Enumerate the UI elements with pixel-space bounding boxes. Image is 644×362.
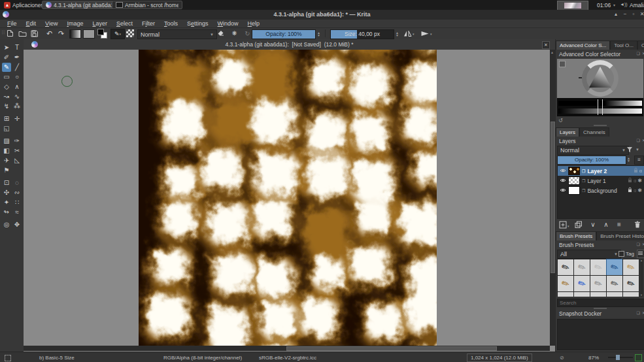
tool-assistants[interactable]: ✈	[2, 156, 11, 165]
tool-line[interactable]: ╱	[12, 63, 22, 72]
color-wheel-area[interactable]	[557, 59, 643, 98]
chevron-down-icon[interactable]: ▾	[613, 3, 615, 7]
tool-magnetic-select[interactable]: ≈	[12, 208, 22, 217]
tool-freehand-path[interactable]: ∿	[12, 92, 22, 101]
add-layer-menu[interactable]: ▾	[568, 224, 569, 228]
layer-filter-menu[interactable]: ▼	[636, 148, 639, 152]
menu-view[interactable]: View	[41, 20, 62, 27]
layer-options-button[interactable]: ≡	[634, 156, 644, 165]
layer-blend-mode-dropdown[interactable]: Normal▼	[557, 146, 629, 155]
undo-button[interactable]: ↶	[44, 29, 54, 38]
tool-select-shapes[interactable]: ➤	[2, 43, 11, 52]
save-button[interactable]	[29, 29, 39, 38]
tool-gradient[interactable]: ▨	[2, 137, 11, 146]
tool-edit-shapes[interactable]: ✐	[2, 53, 11, 62]
layer-style-icon[interactable]: ✱	[637, 178, 642, 184]
scroll-up-icon[interactable]: ▲	[640, 259, 643, 262]
image-size-memory-label[interactable]: 1,024 x 1,024 (12.0 MiB)	[467, 354, 532, 362]
mirror-vertical-menu[interactable]: ▾	[430, 32, 432, 36]
color-selector-header[interactable]: Advanced Color Selector ❏ ✕	[556, 51, 644, 58]
brush-preset-cell[interactable]: ✎	[573, 291, 590, 297]
layer-opacity-spinner[interactable]: ▲▼	[626, 156, 632, 163]
layer-opacity-slider[interactable]: Opacity: 100%	[557, 156, 626, 165]
layer-lock-icon[interactable]	[628, 177, 632, 184]
menu-layer[interactable]: Layer	[88, 20, 112, 27]
menu-settings[interactable]: Settings	[182, 20, 213, 27]
screenshot-preview-tray[interactable]	[557, 1, 588, 10]
tool-text[interactable]: T	[12, 43, 22, 52]
new-document-button[interactable]	[5, 29, 15, 38]
pattern-chooser[interactable]	[83, 29, 95, 39]
zoom-slider-handle[interactable]	[616, 355, 620, 360]
preset-scrollbar[interactable]: ▲ ▼	[640, 259, 643, 297]
brush-preset-cell[interactable]: ✎	[606, 291, 623, 297]
brush-preset-cell[interactable]: ✎	[622, 259, 639, 276]
close-document-icon[interactable]: ✕	[542, 41, 550, 49]
color-history-icon[interactable]: ↺	[558, 118, 563, 123]
brush-preset-cell[interactable]: ✎	[557, 291, 574, 297]
vertical-scrollbar[interactable]: ▲	[550, 50, 555, 346]
tool-bezier-select[interactable]: ↬	[2, 208, 11, 217]
tab-channels[interactable]: Channels	[579, 127, 609, 137]
menu-help[interactable]: Help	[243, 20, 265, 27]
selector-settings-icon[interactable]	[559, 61, 566, 67]
layers-header[interactable]: Layers ❏ ✕	[556, 138, 644, 145]
move-layer-down-button[interactable]: ∨	[588, 220, 598, 229]
menu-file[interactable]: File	[3, 20, 22, 27]
brush-preset-cell[interactable]: ✎	[606, 259, 623, 276]
tool-pan[interactable]: ✥	[12, 220, 22, 229]
selection-mode-icon[interactable]	[5, 355, 11, 361]
eraser-mode-button[interactable]	[216, 29, 226, 38]
mirror-horizontal-menu[interactable]: ▾	[413, 32, 415, 36]
canvas-only-mode-button[interactable]	[635, 354, 642, 361]
size-spinner[interactable]: ▲▼	[394, 29, 400, 38]
add-layer-button[interactable]	[558, 220, 568, 229]
preset-search-input[interactable]	[557, 299, 644, 307]
layer-lock-icon[interactable]	[634, 167, 638, 174]
clock[interactable]: 01:06	[594, 0, 614, 10]
mirror-horizontal-button[interactable]	[401, 29, 413, 38]
tool-smart-patch[interactable]: ✂	[12, 146, 22, 156]
layer-properties-button[interactable]: ≡	[615, 220, 624, 229]
blending-mode-dropdown[interactable]: Normal▼	[137, 29, 217, 39]
brush-preset-cell[interactable]: ✎	[606, 275, 623, 292]
layer-alpha-lock-icon[interactable]: α	[634, 178, 636, 183]
tool-contiguous-select[interactable]: ∷	[12, 198, 22, 207]
snapshot-list[interactable]	[557, 319, 644, 350]
menu-edit[interactable]: Edit	[22, 20, 41, 27]
snapshot-docker-header[interactable]: Snapshot Docker ❏ ✕	[556, 310, 644, 318]
reload-preset-button[interactable]: ↻	[243, 29, 252, 38]
layer-filter-icon[interactable]	[626, 146, 633, 154]
canvas-image[interactable]	[139, 50, 437, 346]
tab-tool-options[interactable]: Tool O...	[610, 41, 637, 50]
move-layer-up-button[interactable]: ∧	[602, 220, 611, 229]
preserve-alpha-button[interactable]: ❋	[229, 29, 239, 38]
tab-brush-preset-history[interactable]: Brush Preset History	[596, 231, 644, 240]
brush-preset-cell[interactable]: ✎	[557, 275, 574, 292]
size-slider[interactable]: Size: 40,00 px	[330, 29, 394, 39]
taskbar-window-krita[interactable]: 4.3.1-alpha (git aba6da1...	[42, 1, 116, 9]
tool-polygon[interactable]: ◇	[2, 82, 11, 91]
float-docker-icon[interactable]: ❏	[637, 51, 640, 56]
user-menu[interactable]: Amalia	[626, 0, 644, 10]
tool-rectangle[interactable]: ▭	[2, 73, 11, 82]
mirror-vertical-button[interactable]	[419, 29, 431, 38]
shade-selector[interactable]	[557, 98, 643, 116]
maximize-button[interactable]: ▫	[630, 10, 637, 18]
tool-move[interactable]: ✛	[12, 114, 22, 123]
tool-similar-color-select[interactable]: ✦	[2, 198, 11, 207]
layer-row-layer-2[interactable]: ❐Layer 2α	[558, 166, 644, 176]
minimize-button[interactable]: −	[621, 10, 629, 18]
canvas-viewport[interactable]	[24, 50, 550, 346]
gradient-chooser[interactable]	[69, 29, 81, 39]
tool-freehand-select[interactable]: ∾	[12, 188, 22, 197]
tool-polygon-select[interactable]: ✣	[2, 188, 11, 197]
window-titlebar[interactable]: 4.3.1-alpha (git aba6da1): * — Krita ▴ −…	[0, 10, 644, 20]
tool-ellipse[interactable]: ○	[12, 73, 22, 82]
open-document-button[interactable]	[18, 29, 27, 38]
tab-overview[interactable]: Ov...	[637, 41, 644, 50]
layer-lock-icon[interactable]	[628, 187, 632, 194]
brush-presets-header[interactable]: Brush Presets ❏ ✕	[556, 242, 644, 249]
menu-filter[interactable]: Filter	[137, 20, 160, 27]
scroll-up-icon[interactable]: ▲	[551, 50, 554, 54]
